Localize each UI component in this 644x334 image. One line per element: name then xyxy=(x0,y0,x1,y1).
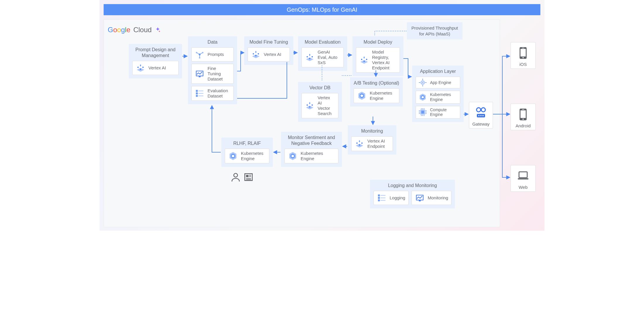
card-label: Logging xyxy=(390,195,405,201)
svg-point-57 xyxy=(477,108,481,112)
svg-point-90 xyxy=(523,57,524,58)
group-model-evaluation: Model Evaluation GenAI Eval, Auto SxS xyxy=(298,36,347,71)
svg-point-72 xyxy=(234,173,238,177)
note-provisioned-throughput: Provisioned Throughput for APIs (MaaS) xyxy=(407,22,463,40)
svg-rect-10 xyxy=(196,90,198,92)
group-prompt-design: Prompt Design and Management Vertex AI xyxy=(129,44,182,78)
logging-icon xyxy=(377,193,387,203)
card-label: Kubernetes Engine xyxy=(301,151,335,161)
svg-point-2 xyxy=(140,68,141,70)
group-model-deploy: Model Deploy Model Registry, Vertex AI E… xyxy=(352,36,403,76)
svg-rect-11 xyxy=(198,90,203,91)
group-fine-tuning: Model Fine Tuning Vertex AI xyxy=(244,36,293,65)
card-label: Kubernetes Engine xyxy=(430,92,458,102)
svg-rect-79 xyxy=(378,194,380,196)
app-engine-icon xyxy=(418,78,427,87)
card-label: Compute Engine xyxy=(430,107,458,117)
svg-point-58 xyxy=(481,108,485,112)
group-application-layer: Application Layer App Engine Kubernetes … xyxy=(412,66,464,122)
svg-rect-53 xyxy=(425,112,427,112)
note-line1: Provisioned Throughput xyxy=(411,25,458,31)
dataset-icon xyxy=(195,69,205,79)
svg-point-23 xyxy=(366,59,367,60)
svg-rect-97 xyxy=(518,178,528,179)
card-compute-engine: Compute Engine xyxy=(416,106,460,119)
laptop-icon xyxy=(516,169,530,183)
group-monitoring: Monitoring Vertex AI Endpoint xyxy=(348,125,396,155)
svg-rect-82 xyxy=(381,198,386,198)
svg-point-24 xyxy=(364,61,365,62)
group-title: A/B Testing (Optional) xyxy=(354,80,399,86)
group-data: Data Prompts Fine Tuning Dataset Evaluat… xyxy=(188,36,237,104)
group-title: Monitor Sentiment and Negative Feedback xyxy=(285,135,338,146)
kubernetes-icon xyxy=(418,93,427,102)
vertex-ai-icon xyxy=(354,139,364,149)
svg-point-0 xyxy=(137,67,138,68)
svg-rect-84 xyxy=(381,200,386,201)
svg-point-61 xyxy=(480,115,482,116)
svg-rect-89 xyxy=(520,49,526,56)
svg-point-27 xyxy=(309,106,310,107)
vertex-ai-icon xyxy=(359,55,369,65)
group-title: Prompt Design and Management xyxy=(132,47,179,59)
card-vertex-ai: Vertex AI xyxy=(132,61,179,75)
card-kubernetes-engine: Kubernetes Engine xyxy=(225,149,269,163)
gateway-icon xyxy=(474,106,488,120)
svg-rect-36 xyxy=(419,82,420,83)
card-vertex-ai: Vertex AI xyxy=(248,47,290,61)
sparkle-icon xyxy=(155,27,161,33)
device-label: Web xyxy=(513,185,534,190)
svg-rect-93 xyxy=(520,110,526,118)
title-bar: GenOps: MLOps for GenAI xyxy=(104,4,540,15)
group-title: Application Layer xyxy=(416,68,460,74)
card-logging: Logging xyxy=(374,191,409,205)
card-kubernetes-engine: Kubernetes Engine xyxy=(354,88,399,103)
device-ios: iOS xyxy=(511,42,536,69)
svg-rect-43 xyxy=(421,108,422,109)
vertex-ai-icon xyxy=(305,101,315,111)
card-label: Vertex AI Vector Search xyxy=(318,95,335,116)
svg-point-64 xyxy=(361,143,362,144)
compute-engine-icon xyxy=(418,108,427,117)
group-title: Vector DB xyxy=(302,85,338,91)
svg-rect-83 xyxy=(378,199,380,201)
svg-rect-35 xyxy=(422,85,423,86)
vertex-ai-icon xyxy=(136,63,145,73)
svg-rect-95 xyxy=(522,109,524,110)
svg-rect-42 xyxy=(421,111,424,114)
card-label: Monitoring xyxy=(428,195,448,201)
note-line2: for APIs (MaaS) xyxy=(411,31,458,37)
svg-rect-91 xyxy=(522,48,524,49)
card-vertex-vector-search: Vertex AI Vector Search xyxy=(302,93,338,118)
svg-rect-49 xyxy=(419,111,420,111)
card-label: Gateway xyxy=(471,121,491,126)
card-fine-tuning-dataset: Fine Tuning Dataset xyxy=(191,64,234,84)
svg-rect-44 xyxy=(422,108,423,109)
svg-point-63 xyxy=(356,143,357,144)
device-android: Android xyxy=(511,104,536,130)
group-title: Data xyxy=(191,39,234,45)
svg-rect-50 xyxy=(419,112,420,112)
monitoring-icon xyxy=(415,193,425,203)
cloud-wordmark: Cloud xyxy=(133,26,152,34)
card-label: Vertex AI xyxy=(148,65,175,71)
card-label: Model Registry, Vertex AI Endpoint xyxy=(372,49,397,71)
card-label: Prompts xyxy=(208,52,230,57)
svg-rect-46 xyxy=(421,115,422,116)
device-label: Android xyxy=(513,123,534,128)
svg-point-21 xyxy=(309,58,310,59)
prompts-icon xyxy=(195,49,205,59)
svg-point-60 xyxy=(478,115,479,116)
svg-point-20 xyxy=(311,56,313,57)
group-logging-monitoring: Logging and Monitoring Logging Monitorin… xyxy=(370,180,455,208)
svg-rect-34 xyxy=(422,79,423,80)
card-gateway: Gateway xyxy=(469,102,493,129)
kubernetes-icon xyxy=(288,151,298,161)
card-kubernetes-engine: Kubernetes Engine xyxy=(416,91,460,104)
svg-rect-80 xyxy=(381,195,386,196)
card-monitoring: Monitoring xyxy=(412,191,451,205)
svg-rect-51 xyxy=(419,113,420,114)
footer-icons xyxy=(231,172,254,182)
card-label: Evaluation Dataset xyxy=(208,88,230,99)
group-monitor-sentiment: Monitor Sentiment and Negative Feedback … xyxy=(281,132,342,167)
